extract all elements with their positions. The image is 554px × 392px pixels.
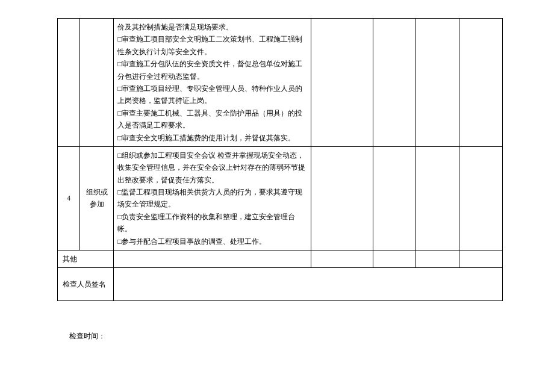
row-3-continuation: 价及其控制措施是否满足现场要求。 □审查施工项目部安全文明施工二次策划书、工程施… xyxy=(58,19,503,147)
row3-col5 xyxy=(373,19,416,147)
row-other: 其他 xyxy=(58,250,503,268)
row4-item-3: □参与并配合工程项目事故的调查、处理工作。 xyxy=(117,235,307,247)
row4-col7 xyxy=(459,146,503,250)
row3-content: 价及其控制措施是否满足现场要求。 □审查施工项目部安全文明施工二次策划书、工程施… xyxy=(114,19,311,147)
sign-label: 检查人员签名 xyxy=(58,268,114,301)
other-col6 xyxy=(416,250,459,268)
row3-item-4: □审查主要施工机械、工器具、安全防护用品（用具）的投入是否满足工程要求。 xyxy=(117,107,307,132)
other-col5 xyxy=(373,250,416,268)
row4-item-2: □负责安全监理工作资料的收集和整理，建立安全管理台帐。 xyxy=(117,211,307,235)
row-signature: 检查人员签名 xyxy=(58,268,503,301)
row4-content: □组织或参加工程项目安全会议 检查并掌握现场安全动态，收集安全管理信息，并在安全… xyxy=(114,146,311,250)
other-col7 xyxy=(459,250,503,268)
row3-col4 xyxy=(311,19,373,147)
row4-item-1: □监督工程项目现场相关供货方人员的行为，要求其遵守现场安全管理规定。 xyxy=(117,186,307,211)
row4-col5 xyxy=(373,146,416,250)
row4-index: 4 xyxy=(58,146,80,250)
inspection-table: 价及其控制措施是否满足现场要求。 □审查施工项目部安全文明施工二次策划书、工程施… xyxy=(57,18,503,301)
row3-col7 xyxy=(459,19,503,147)
row3-item-3: □审查施工项目经理、专职安全管理人员、特种作业人员的上岗资格，监督其持证上岗。 xyxy=(117,82,307,107)
row3-index xyxy=(58,19,80,147)
other-content xyxy=(114,250,311,268)
row4-col4 xyxy=(311,146,373,250)
other-label: 其他 xyxy=(58,250,114,268)
row-4: 4 组织或参加 □组织或参加工程项目安全会议 检查并掌握现场安全动态，收集安全管… xyxy=(58,146,503,250)
row4-item-0: □组织或参加工程项目安全会议 检查并掌握现场安全动态，收集安全管理信息，并在安全… xyxy=(117,149,307,186)
row3-item-1: □审查施工项目部安全文明施工二次策划书、工程施工强制性条文执行计划等安全文件。 xyxy=(117,33,307,58)
row3-category xyxy=(79,19,113,147)
row3-item-5: □审查安全文明施工措施费的使用计划，并督促其落实。 xyxy=(117,132,307,144)
footer-check-time: 检查时间： xyxy=(69,331,105,341)
other-col4 xyxy=(311,250,373,268)
row4-category: 组织或参加 xyxy=(79,146,113,250)
row4-col6 xyxy=(416,146,459,250)
sign-content xyxy=(114,268,503,301)
row3-col6 xyxy=(416,19,459,147)
row3-item-2: □审查施工分包队伍的安全资质文件，督促总包单位对施工分包进行全过程动态监督。 xyxy=(117,58,307,82)
row3-item-0: 价及其控制措施是否满足现场要求。 xyxy=(117,21,307,33)
